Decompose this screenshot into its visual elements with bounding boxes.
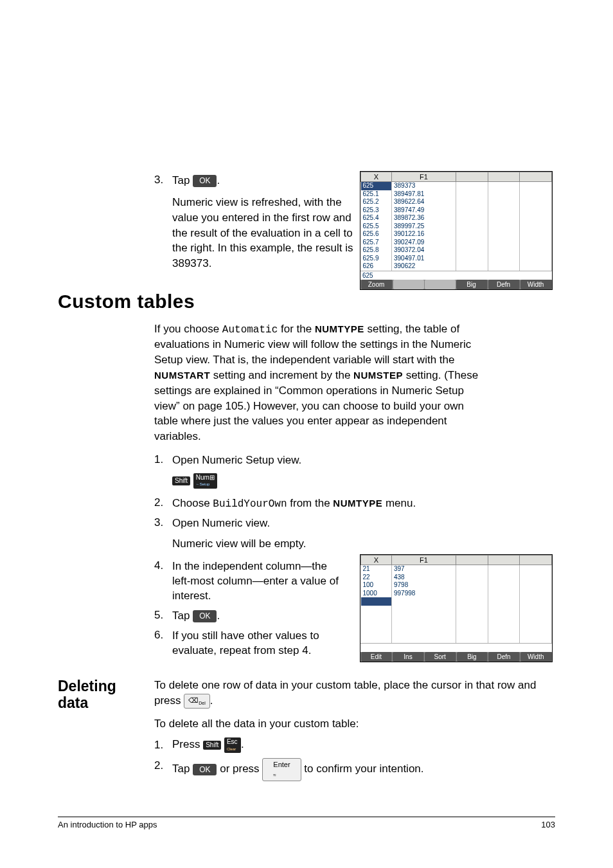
step3-description: Numeric view is refreshed, with the valu… <box>172 195 359 271</box>
col-header-f1: F1 <box>392 172 456 182</box>
step-body: In the independent column—the left-most … <box>172 559 346 604</box>
col-header-blank <box>488 556 520 565</box>
softkey-zoom: Zoom <box>361 280 393 289</box>
step-marker: 2. <box>154 758 172 781</box>
softkey-defn: Defn <box>488 652 520 662</box>
custom-tables-intro: If you choose Automatic for the NUMTYPE … <box>154 321 479 444</box>
entry-line: 625 <box>360 271 552 280</box>
cell-x: 22 <box>361 574 392 582</box>
cell-x: 625.3 <box>361 206 392 215</box>
step-body: Press Shift EscClear. <box>172 737 555 753</box>
section-heading-custom-tables: Custom tables <box>58 291 555 312</box>
num-setup-key-icon: Num⊞ ←Setup <box>193 473 217 489</box>
del-p1-text: . <box>210 694 213 707</box>
step-body: Open Numeric Setup view. <box>172 453 475 468</box>
enter-key-icon: Enter≈ <box>262 758 301 781</box>
step-body: Choose BuildYourOwn from the NUMTYPE men… <box>172 496 475 512</box>
step-marker: 1. <box>154 737 172 753</box>
entry-line <box>360 643 552 652</box>
sc-numstep: NUMSTEP <box>353 370 403 381</box>
cell-x: 625.5 <box>361 222 392 231</box>
softkey-menu: Edit Ins Sort Big Defn Width <box>360 652 552 662</box>
cell-x: 625.8 <box>361 246 392 255</box>
softkey-big: Big <box>457 652 488 662</box>
step-marker: 1. <box>154 453 172 468</box>
deleting-para-2: To delete all the data in your custom ta… <box>154 716 555 732</box>
cell-x: 21 <box>361 565 392 574</box>
softkey-width: Width <box>520 652 552 662</box>
backspace-key-icon: ⌫Del <box>184 694 210 709</box>
step-marker: 3. <box>154 516 172 531</box>
mono-automatic: Automatic <box>222 324 278 336</box>
sc-numtype: NUMTYPE <box>333 498 382 509</box>
col-header-blank <box>520 172 552 182</box>
softkey-edit: Edit <box>361 652 393 662</box>
step-marker: 3. <box>154 174 172 188</box>
col-header-x: X <box>361 172 392 182</box>
cell-f1: 438 <box>392 574 456 582</box>
col-header-blank <box>456 556 488 565</box>
shift-key-icon: Shift <box>172 476 190 485</box>
footer-title: An introduction to HP apps <box>58 820 157 829</box>
del-s1-text: . <box>241 739 244 751</box>
cell-x: 625.4 <box>361 214 392 222</box>
enter-sublabel: ≈ <box>273 772 276 778</box>
footer-page-number: 103 <box>541 820 555 829</box>
s5-text: . <box>217 610 220 622</box>
col-header-f1: F1 <box>392 556 456 565</box>
cell-f1: 390247.09 <box>392 239 456 247</box>
subsection-heading-deleting-data: Deleting data <box>58 678 141 786</box>
del-s2-text: Tap <box>172 763 193 775</box>
col-header-blank <box>456 172 488 182</box>
numeric-view-screenshot-2: X F1 21397 22438 1009798 1000997998 Edit… <box>360 554 553 662</box>
ok-button-image: OK <box>193 175 217 186</box>
esc-label: Esc <box>227 738 238 745</box>
numeric-view-screenshot-1: X F1 625389373 625.1389497.81 625.238962… <box>360 171 553 290</box>
intro-part: setting and increment by the <box>210 369 353 381</box>
cell-f1: 389622.64 <box>392 198 456 206</box>
step-body: If you still have other values to evalua… <box>172 629 359 658</box>
cell-f1: 997998 <box>392 590 456 598</box>
clear-sublabel: Clear <box>227 747 236 751</box>
softkey-menu: Zoom Big Defn Width <box>360 280 552 289</box>
num-key-sublabel: ←Setup <box>196 482 210 486</box>
cell-f1: 390122.16 <box>392 230 456 239</box>
num-key-label: Num⊞ <box>196 474 215 481</box>
softkey-defn: Defn <box>488 280 520 289</box>
page-footer: An introduction to HP apps 103 <box>58 817 555 829</box>
cell-f1: 389997.25 <box>392 222 456 231</box>
deleting-para-1: To delete one row of data in your custom… <box>154 678 555 709</box>
cell-f1: 390372.04 <box>392 246 456 255</box>
col-header-blank <box>488 172 520 182</box>
step-body: Tap OK or press Enter≈ to confirm your i… <box>172 758 555 781</box>
softkey-width: Width <box>520 280 552 289</box>
softkey-sort: Sort <box>425 652 456 662</box>
s2-text: from the <box>287 497 333 509</box>
step-marker: 4. <box>154 559 172 604</box>
cell-x: 626 <box>361 262 392 271</box>
step-body: Open Numeric view. <box>172 516 475 531</box>
cell-x: 625.1 <box>361 190 392 199</box>
enter-label: Enter <box>273 761 290 768</box>
s2-text: menu. <box>382 497 416 509</box>
shift-key-icon: Shift <box>203 741 221 750</box>
step3b-para: Numeric view will be empty. <box>172 536 429 552</box>
del-s2-text: or press <box>217 763 262 775</box>
ok-button-image: OK <box>193 610 217 622</box>
cell-x: 625.6 <box>361 230 392 239</box>
intro-part: If you choose <box>154 323 222 335</box>
cell-x-selected <box>361 597 392 606</box>
step-marker: 2. <box>154 496 172 512</box>
sc-numtype: NUMTYPE <box>315 323 364 334</box>
mono-buildyourown: BuildYourOwn <box>213 498 287 510</box>
step-marker: 5. <box>154 609 172 624</box>
esc-clear-key-icon: EscClear <box>224 737 241 753</box>
col-header-blank <box>520 556 552 565</box>
cell-x: 1000 <box>361 590 392 598</box>
step3-text-post: . <box>217 174 220 186</box>
cell-f1: 389747.49 <box>392 206 456 215</box>
del-s2-text: to confirm your intention. <box>301 763 424 775</box>
cell-f1: 9798 <box>392 581 456 590</box>
step3-text-pre: Tap <box>172 174 193 186</box>
softkey-blank <box>425 280 456 289</box>
